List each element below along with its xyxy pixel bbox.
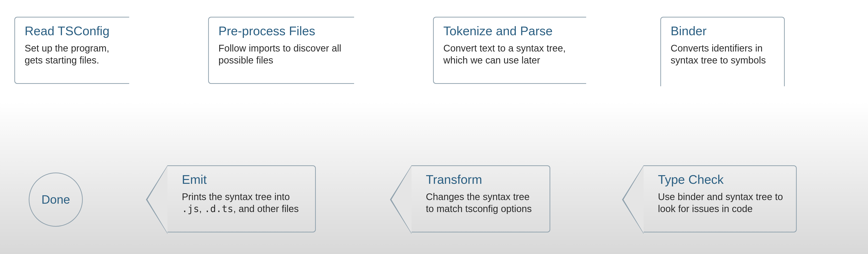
step-title: Type Check — [658, 173, 786, 187]
step-title: Read TSConfig — [25, 24, 120, 38]
step-desc: Set up the program, gets starting files. — [25, 42, 120, 66]
done-label: Done — [41, 193, 70, 206]
step-type-check: Type Check Use binder and syntax tree to… — [644, 165, 797, 232]
step-emit: Emit Prints the syntax tree into .js, .d… — [167, 165, 316, 232]
step-done: Done — [29, 172, 83, 227]
emit-desc-sep: , — [199, 203, 204, 214]
step-preprocess-files: Pre-process Files Follow imports to disc… — [208, 17, 354, 84]
step-desc: Converts identifiers in syntax tree to s… — [671, 42, 774, 66]
emit-code-js: .js — [182, 203, 199, 214]
step-desc: Use binder and syntax tree to look for i… — [658, 191, 786, 215]
emit-desc-prefix: Prints the syntax tree into — [182, 192, 290, 202]
step-title: Pre-process Files — [218, 24, 344, 38]
step-desc: Prints the syntax tree into .js, .d.ts, … — [182, 191, 306, 215]
step-desc: Follow imports to discover all possible … — [218, 42, 343, 66]
step-read-tsconfig: Read TSConfig Set up the program, gets s… — [14, 17, 129, 84]
emit-desc-suffix: , and other files — [233, 203, 299, 214]
step-desc: Convert text to a syntax tree, which we … — [443, 42, 577, 66]
emit-code-dts: .d.ts — [204, 203, 233, 214]
step-title: Emit — [182, 173, 306, 187]
step-title: Tokenize and Parse — [443, 24, 577, 38]
step-binder: Binder Converts identifiers in syntax tr… — [660, 17, 785, 86]
step-desc: Changes the syntax tree to match tsconfi… — [426, 191, 540, 215]
step-title: Binder — [671, 24, 774, 38]
step-title: Transform — [426, 173, 540, 187]
pipeline-diagram: Read TSConfig Set up the program, gets s… — [0, 0, 868, 254]
step-tokenize-parse: Tokenize and Parse Convert text to a syn… — [433, 17, 586, 84]
step-transform: Transform Changes the syntax tree to mat… — [411, 165, 550, 232]
